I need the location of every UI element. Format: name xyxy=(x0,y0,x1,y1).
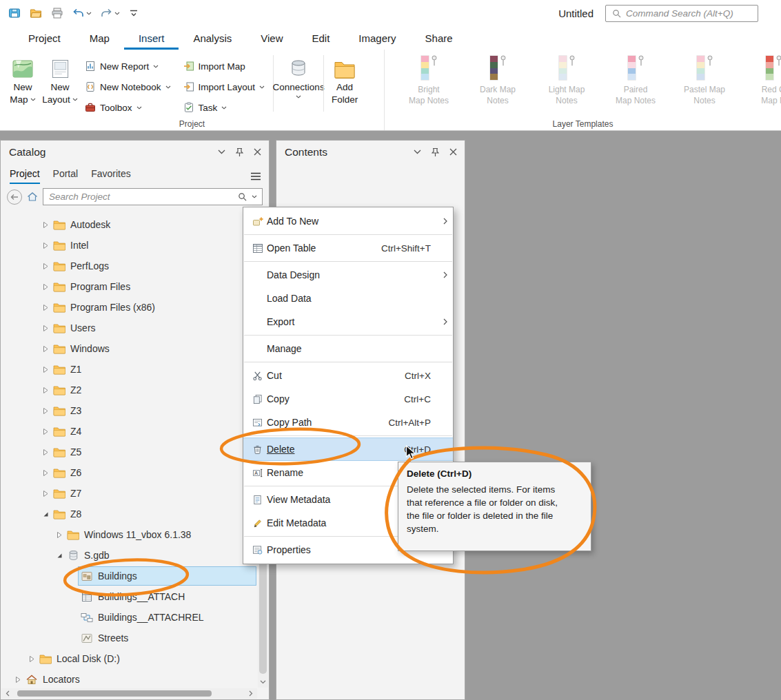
menu-item-data-design[interactable]: Data Design xyxy=(243,263,453,287)
tree-item-windows-11-vbox-6-1-38[interactable]: Windows 11_vbox 6.1.38 xyxy=(1,524,257,545)
redo-button[interactable] xyxy=(97,6,124,21)
expand-arrow-icon[interactable] xyxy=(40,325,51,332)
expand-arrow-icon[interactable] xyxy=(40,407,51,415)
ribbon-tab-project[interactable]: Project xyxy=(14,26,75,50)
scroll-left-arrow-icon[interactable] xyxy=(1,690,14,697)
new-layout-button[interactable]: NewLayout xyxy=(41,51,79,105)
expand-arrow-icon[interactable] xyxy=(12,676,23,683)
tree-item-users[interactable]: Users xyxy=(1,318,257,338)
expand-arrow-icon[interactable] xyxy=(26,655,37,663)
layer-template-light-map-notes[interactable]: Light MapNotes xyxy=(532,52,601,106)
catalog-tab-favorites[interactable]: Favorites xyxy=(91,168,131,184)
pin-icon[interactable] xyxy=(236,147,243,157)
catalog-tab-project[interactable]: Project xyxy=(10,168,40,184)
pin-icon[interactable] xyxy=(432,147,439,157)
menu-item-export[interactable]: Export xyxy=(243,310,453,333)
tree-item-program-files-x86[interactable]: Program Files (x86) xyxy=(1,297,257,318)
tree-item-autodesk[interactable]: Autodesk xyxy=(1,214,257,235)
tree-item-buildings-attachrel[interactable]: Buildings__ATTACHREL xyxy=(1,607,257,628)
expand-arrow-icon[interactable] xyxy=(40,242,51,249)
expand-arrow-icon[interactable] xyxy=(40,283,51,291)
layer-template-dark-map-notes[interactable]: Dark MapNotes xyxy=(463,52,532,106)
tree-item-z3[interactable]: Z3 xyxy=(1,400,257,421)
expand-arrow-icon[interactable] xyxy=(40,490,51,497)
catalog-search-input[interactable]: Search Project xyxy=(43,188,263,205)
new-report-button[interactable]: New Report xyxy=(79,56,177,76)
close-icon[interactable] xyxy=(449,148,457,156)
search-dropdown-icon[interactable] xyxy=(252,195,257,198)
expand-arrow-icon[interactable] xyxy=(40,262,51,270)
command-search-input[interactable]: Command Search (Alt+Q) xyxy=(605,5,758,22)
tree-item-z5[interactable]: Z5 xyxy=(1,442,257,462)
ribbon-tab-share[interactable]: Share xyxy=(411,26,467,50)
ribbon-tab-analysis[interactable]: Analysis xyxy=(179,26,246,50)
tree-item-program-files[interactable]: Program Files xyxy=(1,276,257,297)
expand-arrow-icon[interactable] xyxy=(40,449,51,456)
add-folder-button[interactable]: Add Folder xyxy=(326,51,363,105)
tree-item-buildings[interactable]: Buildings xyxy=(1,566,257,586)
collapse-arrow-icon[interactable] xyxy=(40,511,51,518)
catalog-tab-portal[interactable]: Portal xyxy=(53,168,79,184)
tree-item-s-gdb[interactable]: S.gdb xyxy=(1,545,257,566)
tree-item-z4[interactable]: Z4 xyxy=(1,421,257,442)
layer-template-pastel-map-notes[interactable]: Pastel MapNotes xyxy=(670,52,739,106)
menu-item-load-data[interactable]: Load Data xyxy=(243,287,453,310)
connections-button[interactable]: Connections xyxy=(276,51,321,99)
ribbon-tab-insert[interactable]: Insert xyxy=(124,26,179,50)
new-notebook-button[interactable]: New Notebook xyxy=(79,76,177,97)
import-layout-button[interactable]: Import Layout xyxy=(177,76,272,97)
import-map-button[interactable]: Import Map xyxy=(177,56,272,76)
ribbon-tab-edit[interactable]: Edit xyxy=(298,26,345,50)
undo-button[interactable] xyxy=(68,6,96,21)
print-button[interactable] xyxy=(47,5,68,21)
close-icon[interactable] xyxy=(254,148,261,156)
ribbon-tab-map[interactable]: Map xyxy=(75,26,124,50)
expand-arrow-icon[interactable] xyxy=(40,221,51,229)
ribbon-tab-imagery[interactable]: Imagery xyxy=(344,26,410,50)
pane-menu-chevron-icon[interactable] xyxy=(218,150,225,154)
open-project-button[interactable] xyxy=(26,5,46,21)
scroll-down-arrow-icon[interactable] xyxy=(258,677,268,687)
scroll-right-arrow-icon[interactable] xyxy=(245,690,257,697)
layer-template-bright-map-notes[interactable]: BrightMap Notes xyxy=(394,52,463,106)
tree-item-z2[interactable]: Z2 xyxy=(1,380,257,400)
layer-template-paired-map-notes[interactable]: PairedMap Notes xyxy=(601,52,670,106)
save-project-button[interactable] xyxy=(4,5,25,21)
expand-arrow-icon[interactable] xyxy=(40,304,51,311)
tree-item-z1[interactable]: Z1 xyxy=(1,359,257,380)
tree-item-streets[interactable]: Streets xyxy=(1,628,257,648)
menu-item-cut[interactable]: CutCtrl+X xyxy=(243,364,453,387)
tree-item-intel[interactable]: Intel xyxy=(1,235,257,256)
tree-item-z8[interactable]: Z8 xyxy=(1,504,257,524)
menu-item-manage[interactable]: Manage xyxy=(243,337,453,360)
expand-arrow-icon[interactable] xyxy=(40,345,51,353)
menu-item-add-to-new[interactable]: Add To New xyxy=(243,209,453,233)
pane-menu-chevron-icon[interactable] xyxy=(414,150,421,154)
toolbox-button[interactable]: Toolbox xyxy=(79,97,177,118)
tree-item-perflogs[interactable]: PerfLogs xyxy=(1,256,257,276)
home-button[interactable] xyxy=(27,192,38,202)
new-map-button[interactable]: NewMap xyxy=(4,51,41,105)
tree-item-z7[interactable]: Z7 xyxy=(1,483,257,504)
back-button[interactable] xyxy=(7,189,22,205)
expand-arrow-icon[interactable] xyxy=(40,387,51,394)
collapse-arrow-icon[interactable] xyxy=(54,552,65,559)
ribbon-tab-view[interactable]: View xyxy=(246,26,297,50)
tree-item-local-disk-d[interactable]: Local Disk (D:) xyxy=(1,648,257,669)
tree-item-windows[interactable]: Windows xyxy=(1,338,257,359)
tree-item-buildings-attach[interactable]: Buildings__ATTACH xyxy=(1,586,257,607)
pane-options-menu-icon[interactable] xyxy=(250,172,261,184)
menu-item-copy-path[interactable]: Copy PathCtrl+Alt+P xyxy=(243,411,453,434)
task-button[interactable]: Task xyxy=(177,97,272,118)
tree-item-z6[interactable]: Z6 xyxy=(1,462,257,483)
expand-arrow-icon[interactable] xyxy=(54,531,65,539)
horizontal-scrollbar-thumb[interactable] xyxy=(17,690,212,697)
menu-item-copy[interactable]: CopyCtrl+C xyxy=(243,387,453,411)
expand-arrow-icon[interactable] xyxy=(40,469,51,477)
menu-item-delete[interactable]: DeleteCtrl+D xyxy=(243,438,453,461)
menu-item-open-table[interactable]: Open TableCtrl+Shift+T xyxy=(243,236,453,260)
catalog-horizontal-scrollbar[interactable] xyxy=(1,688,257,699)
tree-item-locators[interactable]: Locators xyxy=(1,669,257,688)
layer-template-red-g-map-n[interactable]: Red GMap N xyxy=(739,52,781,106)
expand-arrow-icon[interactable] xyxy=(40,428,51,435)
